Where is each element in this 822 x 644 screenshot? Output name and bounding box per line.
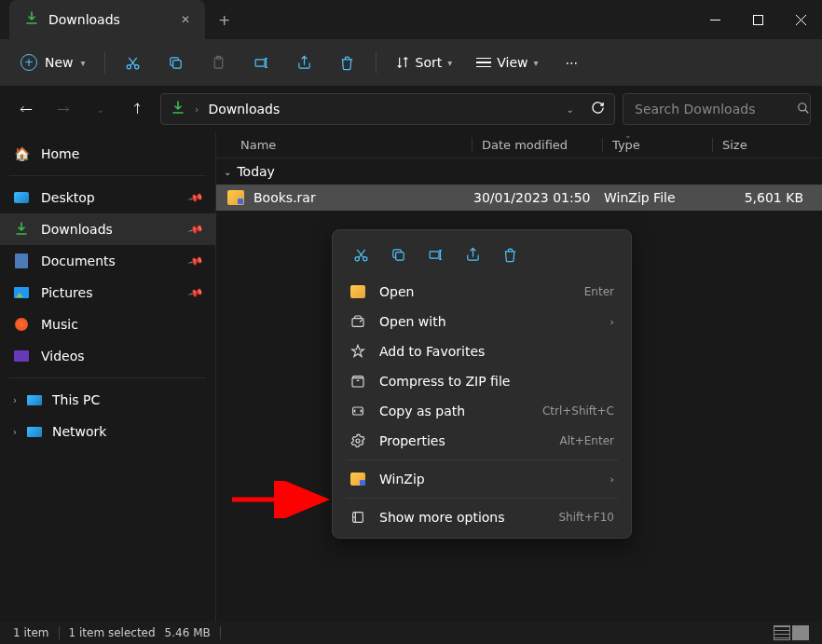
file-date: 30/01/2023 01:50 bbox=[473, 190, 604, 205]
sidebar-item-network[interactable]: › Network bbox=[0, 416, 215, 447]
details-view-button[interactable] bbox=[774, 625, 790, 640]
pc-icon bbox=[26, 391, 43, 408]
chevron-down-icon[interactable]: ⌄ bbox=[567, 104, 574, 115]
ctx-winzip[interactable]: WinZip › bbox=[338, 464, 625, 494]
separator bbox=[59, 626, 60, 639]
view-button[interactable]: View ▾ bbox=[467, 49, 547, 75]
context-menu: Open Enter Open with › Add to Favorites … bbox=[332, 229, 632, 539]
more-button[interactable]: ⋯ bbox=[554, 46, 591, 79]
music-icon bbox=[13, 316, 30, 333]
svg-point-1 bbox=[127, 64, 130, 68]
address-bar[interactable]: › Downloads ⌄ bbox=[160, 93, 615, 125]
rename-button[interactable] bbox=[418, 240, 452, 269]
sidebar-item-this-pc[interactable]: › This PC bbox=[0, 384, 215, 416]
ctx-compress-zip[interactable]: Compress to ZIP file bbox=[338, 366, 625, 396]
sidebar-item-desktop[interactable]: Desktop 📌 bbox=[0, 182, 215, 213]
separator bbox=[220, 626, 221, 639]
maximize-button[interactable] bbox=[736, 0, 779, 39]
share-button[interactable] bbox=[456, 240, 489, 269]
svg-point-8 bbox=[355, 256, 359, 260]
rename-button[interactable] bbox=[243, 46, 281, 79]
window-controls bbox=[693, 0, 822, 39]
ctx-copy-path[interactable]: Copy as path Ctrl+Shift+C bbox=[338, 396, 625, 426]
svg-rect-11 bbox=[430, 251, 439, 257]
delete-button[interactable] bbox=[329, 46, 366, 79]
tab-downloads[interactable]: Downloads ✕ bbox=[9, 0, 205, 39]
sidebar-label: This PC bbox=[52, 392, 100, 407]
refresh-button[interactable] bbox=[591, 101, 605, 117]
minimize-button[interactable] bbox=[693, 0, 736, 39]
location-text: Downloads bbox=[208, 102, 556, 116]
chevron-right-icon: › bbox=[13, 427, 17, 437]
delete-button[interactable] bbox=[493, 240, 527, 269]
more-options-icon bbox=[349, 510, 366, 525]
sidebar-label: Music bbox=[41, 317, 78, 332]
paste-button[interactable] bbox=[200, 46, 238, 79]
videos-icon bbox=[13, 348, 30, 364]
column-type[interactable]: Type bbox=[602, 138, 712, 152]
svg-point-9 bbox=[363, 256, 366, 260]
column-name[interactable]: Name bbox=[240, 138, 472, 152]
status-selected: 1 item selected bbox=[69, 626, 156, 639]
close-window-button[interactable] bbox=[779, 0, 822, 39]
new-label: New bbox=[45, 55, 74, 70]
search-input[interactable] bbox=[635, 102, 797, 116]
sort-button[interactable]: Sort ▾ bbox=[386, 49, 462, 75]
tab-title: Downloads bbox=[48, 12, 171, 27]
download-icon bbox=[171, 101, 185, 118]
download-icon bbox=[13, 221, 30, 238]
cut-button[interactable] bbox=[344, 240, 377, 269]
sidebar-item-music[interactable]: Music bbox=[0, 308, 215, 340]
separator bbox=[9, 377, 206, 378]
up-button[interactable]: 🡑 bbox=[123, 94, 153, 124]
sidebar-item-pictures[interactable]: Pictures 📌 bbox=[0, 277, 215, 308]
group-header-today[interactable]: ⌄ Today bbox=[216, 158, 822, 185]
search-box[interactable] bbox=[623, 93, 811, 125]
new-button[interactable]: + New ▾ bbox=[11, 48, 95, 76]
ctx-show-more[interactable]: Show more options Shift+F10 bbox=[338, 502, 625, 532]
group-label: Today bbox=[237, 164, 275, 179]
recent-button[interactable]: ⌄ bbox=[86, 94, 116, 124]
svg-point-14 bbox=[356, 439, 360, 443]
chevron-down-icon: ▾ bbox=[534, 58, 539, 68]
separator bbox=[376, 51, 377, 74]
column-size[interactable]: Size bbox=[712, 138, 822, 152]
context-quick-actions bbox=[338, 236, 625, 277]
sidebar-label: Home bbox=[41, 146, 79, 161]
new-tab-button[interactable]: + bbox=[218, 11, 230, 29]
chevron-right-icon: › bbox=[13, 395, 17, 405]
separator bbox=[104, 51, 105, 74]
pictures-icon bbox=[13, 284, 30, 301]
sidebar-item-downloads[interactable]: Downloads 📌 bbox=[0, 213, 215, 245]
pin-icon: 📌 bbox=[187, 284, 205, 301]
back-button[interactable]: 🡐 bbox=[11, 94, 41, 124]
file-row[interactable]: Books.rar 30/01/2023 01:50 WinZip File 5… bbox=[216, 185, 822, 211]
column-date[interactable]: Date modified bbox=[472, 138, 602, 152]
share-button[interactable] bbox=[286, 46, 323, 79]
ctx-open-with[interactable]: Open with › bbox=[338, 307, 625, 336]
copy-button[interactable] bbox=[158, 46, 195, 79]
file-size: 5,601 KB bbox=[714, 190, 822, 205]
plus-icon: + bbox=[21, 54, 37, 71]
pin-icon: 📌 bbox=[187, 221, 205, 238]
navbar: 🡐 🡒 ⌄ 🡑 › Downloads ⌄ bbox=[0, 86, 822, 132]
cut-button[interactable] bbox=[115, 46, 152, 79]
ctx-properties[interactable]: Properties Alt+Enter bbox=[338, 426, 625, 456]
sidebar-item-documents[interactable]: Documents 📌 bbox=[0, 245, 215, 277]
sidebar-label: Videos bbox=[41, 349, 85, 363]
close-tab-icon[interactable]: ✕ bbox=[181, 13, 190, 26]
zip-icon bbox=[349, 374, 366, 389]
open-with-icon bbox=[349, 314, 366, 329]
sidebar-item-videos[interactable]: Videos bbox=[0, 340, 215, 372]
sidebar-item-home[interactable]: 🏠 Home bbox=[0, 138, 215, 170]
archive-icon bbox=[349, 285, 366, 298]
separator bbox=[9, 175, 206, 176]
ctx-add-favorites[interactable]: Add to Favorites bbox=[338, 336, 625, 366]
separator bbox=[346, 498, 618, 499]
copy-button[interactable] bbox=[381, 240, 415, 269]
sidebar: 🏠 Home Desktop 📌 Downloads 📌 Documents 📌… bbox=[0, 132, 216, 622]
ctx-open[interactable]: Open Enter bbox=[338, 277, 625, 307]
sidebar-label: Network bbox=[52, 424, 106, 439]
thumbnails-view-button[interactable] bbox=[792, 625, 809, 640]
forward-button[interactable]: 🡒 bbox=[48, 94, 78, 124]
